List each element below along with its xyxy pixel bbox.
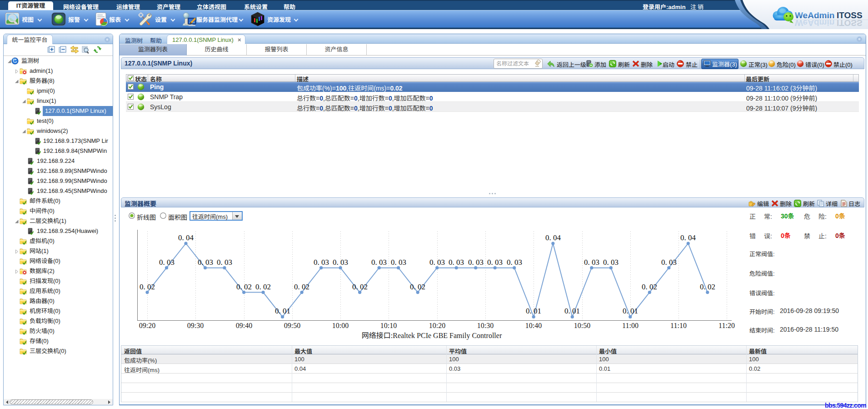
svg-text:WeAdmin: WeAdmin — [795, 18, 834, 28]
svg-text:ITOSS: ITOSS — [837, 18, 863, 28]
